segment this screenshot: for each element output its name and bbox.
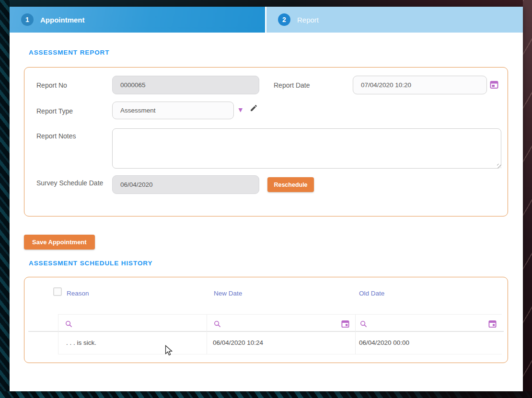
backdrop-top [0,0,532,7]
reschedule-button[interactable]: Reschedule [267,177,314,192]
backdrop-bottom [0,391,532,398]
report-no-input [112,76,259,94]
column-header-reason[interactable]: Reason [67,290,89,297]
report-date-label: Report Date [274,80,310,91]
tab-report-label: Report [297,16,319,24]
save-appointment-button[interactable]: Save Appointment [24,235,95,250]
column-header-old-date[interactable]: Old Date [359,290,384,297]
tab-appointment[interactable]: 1 Appointment [10,7,265,33]
schedule-history-panel: Reason New Date Old Date [24,277,508,363]
tab-report[interactable]: 2 Report [266,7,523,33]
column-separator [355,314,356,354]
old-date-filter-calendar-icon[interactable] [488,319,497,328]
reason-filter-search-icon[interactable] [65,320,72,328]
main-card: 1 Appointment 2 Report ASSESSMENT REPORT… [10,7,523,391]
table-row-divider [58,354,502,354]
filter-row-underline [28,331,504,332]
column-separator [58,314,58,354]
new-date-filter-search-icon[interactable] [214,320,221,328]
survey-schedule-date-input [112,175,259,194]
assessment-schedule-history-title: ASSESSMENT SCHEDULE HISTORY [29,260,152,267]
report-date-input[interactable] [353,76,487,94]
select-all-checkbox[interactable] [53,287,62,296]
report-type-edit-icon[interactable] [250,104,258,112]
wizard-tabs: 1 Appointment 2 Report [10,7,523,33]
report-type-input[interactable] [112,102,234,119]
assessment-report-panel: Report No Report Date Report Type ▾ Repo… [24,67,508,216]
history-row-new-date: 06/04/2020 10:24 [213,339,263,346]
report-notes-textarea[interactable] [112,128,501,169]
history-row-old-date: 06/04/2020 00:00 [359,339,409,346]
column-separator [207,314,207,354]
report-type-label: Report Type [36,106,73,117]
column-header-new-date[interactable]: New Date [214,290,242,297]
report-date-calendar-icon[interactable] [490,80,498,89]
new-date-filter-calendar-icon[interactable] [341,319,349,328]
assessment-report-title: ASSESSMENT REPORT [29,49,109,56]
step-number-badge: 2 [278,13,290,26]
step-number-badge: 1 [21,13,34,26]
backdrop-left [0,0,10,398]
survey-schedule-date-label: Survey Schedule Date [36,178,111,189]
report-type-dropdown-icon[interactable]: ▾ [239,105,243,114]
mouse-cursor [165,345,173,358]
report-no-label: Report No [36,80,67,91]
history-row-reason: . . . is sick. [66,339,96,346]
table-divider [58,314,502,315]
report-notes-label: Report Notes [36,131,76,142]
textarea-resize-grip[interactable] [497,164,501,168]
old-date-filter-search-icon[interactable] [360,320,367,328]
tab-appointment-label: Appointment [40,16,84,24]
backdrop-right [523,0,532,398]
